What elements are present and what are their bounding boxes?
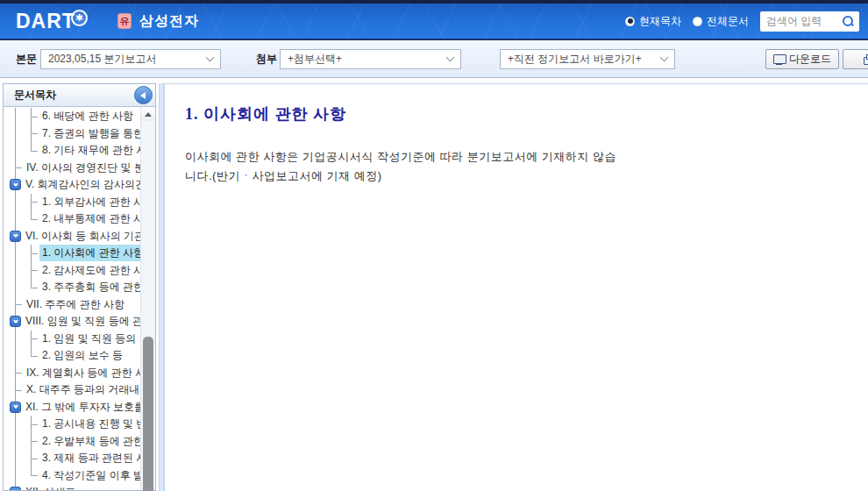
- toc-item-label: XI. 그 밖에 투자자 보호를 위하여 필요한 사항: [23, 399, 140, 416]
- toc-item-label: 2. 감사제도에 관한 사항: [39, 262, 140, 279]
- toc-item[interactable]: XI. 그 밖에 투자자 보호를 위하여 필요한 사항: [4, 399, 140, 416]
- toc-item-label: 3. 주주총회 등에 관한 사항: [39, 279, 140, 295]
- toc-item[interactable]: X. 대주주 등과의 거래내용: [4, 381, 140, 399]
- company-info: 유 삼성전자: [117, 12, 199, 31]
- section-title: 1. 이사회에 관한 사항: [185, 103, 346, 125]
- top-header: DART ✱ 유 삼성전자 현재목차 전체문서: [0, 0, 868, 40]
- collapse-node-icon[interactable]: [10, 402, 21, 413]
- toc-item-label: V. 회계감사인의 감사의견 등: [23, 176, 140, 193]
- tree-line: [15, 390, 22, 391]
- toc-item[interactable]: IV. 이사의 경영진단 및 분석의견: [4, 160, 140, 177]
- toc-item-label: IV. 이사의 경영진단 및 분석의견: [24, 160, 140, 176]
- tree-line: [31, 467, 32, 476]
- toc-item[interactable]: 2. 임원의 보수 등: [4, 347, 140, 365]
- toc-item-label: VII. 주주에 관한 사항: [24, 296, 127, 313]
- toc-item-label: 2. 우발부채 등에 관한 사항: [39, 433, 140, 450]
- radio-current-toc[interactable]: 현재목차: [625, 14, 681, 29]
- search-icon[interactable]: [842, 15, 854, 27]
- tree-line: [31, 279, 32, 288]
- toc-item[interactable]: VII. 주주에 관한 사항: [4, 296, 140, 314]
- toc-item[interactable]: 3. 제재 등과 관련된 사항: [4, 450, 140, 467]
- collapse-node-icon[interactable]: [10, 179, 21, 190]
- tree-line: [31, 459, 38, 459]
- dart-pinwheel-icon: ✱: [71, 10, 88, 26]
- toc-item[interactable]: 2. 내부통제에 관한 사항: [4, 210, 140, 228]
- toc-item[interactable]: 7. 증권의 발행을 통한 자금조달에 관한 사항: [4, 125, 140, 143]
- toc-item-label: 1. 외부감사에 관한 사항: [39, 194, 140, 210]
- toc-item[interactable]: 1. 외부감사에 관한 사항: [4, 194, 140, 211]
- toc-item[interactable]: IX. 계열회사 등에 관한 사항: [4, 365, 140, 382]
- toc-item[interactable]: 3. 주주총회 등에 관한 사항: [4, 279, 140, 296]
- sidebar-collapse-button[interactable]: [134, 86, 153, 104]
- body-doc-label: 본문: [16, 40, 37, 77]
- tree-line: [31, 151, 38, 152]
- tree-line: [31, 133, 38, 134]
- toc-item-label: 4. 작성기준일 이후 발생한 주요사항: [39, 467, 140, 484]
- previous-report-select[interactable]: +직전 정기보고서 바로가기+: [500, 49, 675, 69]
- radio-current-toc-circle[interactable]: [625, 17, 635, 26]
- body-doc-select-value: 2023,05,15 분기보고서: [48, 52, 156, 67]
- toc-item-label: 3. 제재 등과 관련된 사항: [39, 450, 140, 466]
- toc-item[interactable]: 2. 감사제도에 관한 사항: [4, 262, 140, 280]
- toc-item[interactable]: VI. 이사회 등 회사의 기관에 관한 사항: [4, 228, 140, 246]
- dart-logo[interactable]: DART ✱: [16, 10, 88, 33]
- tree-line: [15, 304, 22, 305]
- tree-line: [31, 347, 32, 356]
- tree-line: [31, 441, 38, 442]
- toc-item-label: XII. 상세표: [23, 484, 78, 490]
- attachment-select[interactable]: +첨부선택+: [280, 49, 461, 69]
- tree-line: [31, 210, 32, 219]
- section-body-line: 니다.(반기ㆍ사업보고서에 기재 예정): [185, 167, 616, 186]
- toc-item[interactable]: 6. 배당에 관한 사항: [4, 108, 140, 125]
- tree-line: [31, 356, 38, 357]
- body-doc-select[interactable]: 2023,05,15 분기보고서: [40, 49, 221, 69]
- tree-line: [15, 167, 22, 168]
- scrollbar-thumb[interactable]: [143, 337, 153, 491]
- listed-market-badge: 유: [117, 13, 132, 29]
- tree-line: [31, 270, 38, 271]
- previous-report-select-value: +직전 정기보고서 바로가기+: [508, 52, 642, 67]
- chevron-down-icon: [660, 53, 669, 62]
- radio-all-documents[interactable]: 전체문서: [693, 14, 749, 29]
- toc-sidebar-header: 문서목차: [4, 84, 155, 107]
- toc-item[interactable]: V. 회계감사인의 감사의견 등: [4, 176, 140, 194]
- arrow-left-icon: [140, 92, 146, 99]
- toc-item[interactable]: 4. 작성기준일 이후 발생한 주요사항: [4, 467, 140, 485]
- chevron-down-icon: [446, 53, 455, 62]
- document-toolbar: 본문 2023,05,15 분기보고서 첨부 +첨부선택+ +직전 정기보고서 …: [0, 40, 868, 78]
- tree-line: [31, 219, 38, 220]
- tree-line: [31, 288, 38, 288]
- toc-item[interactable]: 2. 우발부채 등에 관한 사항: [4, 433, 140, 451]
- radio-all-documents-label: 전체문서: [707, 14, 749, 29]
- sidebar-scrollbar[interactable]: [140, 107, 155, 490]
- search-box[interactable]: [760, 11, 859, 32]
- scroll-up-button[interactable]: [141, 107, 155, 121]
- tree-line: [15, 373, 22, 374]
- toc-item-label: 6. 배당에 관한 사항: [39, 108, 136, 125]
- toc-item[interactable]: XII. 상세표: [4, 484, 140, 490]
- download-icon: [773, 54, 785, 65]
- tree-line: [31, 253, 38, 254]
- search-input[interactable]: [766, 15, 842, 27]
- toc-item[interactable]: 1. 공시내용 진행 및 변경사항: [4, 416, 140, 433]
- toc-item-label: X. 대주주 등과의 거래내용: [24, 381, 140, 398]
- radio-all-documents-circle[interactable]: [693, 17, 702, 26]
- toc-item[interactable]: 1. 임원 및 직원 등의 현황: [4, 331, 140, 348]
- toc-item[interactable]: 8. 기타 재무에 관한 사항: [4, 142, 140, 160]
- collapse-node-icon[interactable]: [10, 316, 21, 327]
- toc-item-label: 2. 내부통제에 관한 사항: [39, 210, 140, 227]
- toc-title: 문서목차: [14, 88, 56, 103]
- print-button[interactable]: [843, 49, 868, 69]
- download-button[interactable]: 다운로드: [765, 49, 839, 69]
- toc-item-label: 2. 임원의 보수 등: [39, 347, 125, 364]
- tree-line: [31, 424, 38, 425]
- tree-line: [31, 202, 38, 203]
- collapse-node-icon[interactable]: [10, 231, 21, 242]
- tree-line: [31, 475, 38, 476]
- toc-item-label: IX. 계열회사 등에 관한 사항: [24, 365, 140, 381]
- toc-item[interactable]: VIII. 임원 및 직원 등에 관한 사항: [4, 313, 140, 331]
- toc-item[interactable]: 1. 이사회에 관한 사항: [4, 245, 140, 262]
- collapse-node-icon[interactable]: [10, 487, 21, 490]
- toc-item-label: VIII. 임원 및 직원 등에 관한 사항: [23, 313, 140, 330]
- arrow-up-icon: [145, 112, 152, 117]
